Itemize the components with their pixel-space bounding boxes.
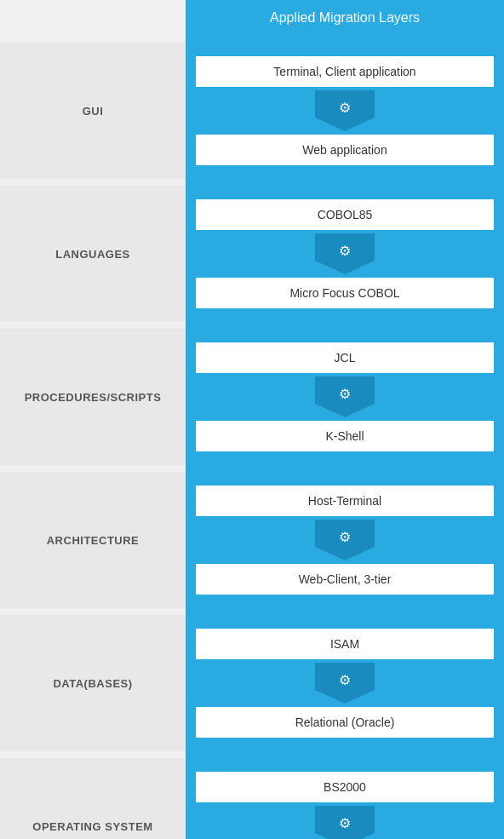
- svg-text:⚙: ⚙: [339, 101, 351, 115]
- row-content-0: Terminal, Client application⚙Web applica…: [186, 43, 504, 179]
- source-box-3: Host-Terminal: [196, 486, 494, 516]
- row-label-4: DATA(BASES): [0, 615, 186, 751]
- transform-arrow-0: ⚙: [311, 87, 379, 135]
- svg-text:⚙: ⚙: [339, 244, 351, 258]
- row-2: PROCEDURES/SCRIPTSJCL⚙K-Shell: [0, 329, 504, 465]
- source-box-1: COBOL85: [196, 199, 494, 230]
- svg-text:⚙: ⚙: [339, 530, 351, 544]
- row-5: OPERATING SYSTEMBS2000⚙Linux (CentOS): [0, 758, 504, 839]
- transform-arrow-1: ⚙: [311, 230, 379, 278]
- rows-container: GUITerminal, Client application⚙Web appl…: [0, 36, 504, 839]
- row-label-5: OPERATING SYSTEM: [0, 758, 186, 839]
- transform-arrow-4: ⚙: [311, 659, 379, 707]
- header-title: Applied Migration Layers: [186, 0, 504, 36]
- transform-arrow-2: ⚙: [311, 373, 379, 421]
- row-content-3: Host-Terminal⚙Web-Client, 3-tier: [186, 472, 504, 608]
- target-box-2: K-Shell: [196, 421, 494, 451]
- svg-text:⚙: ⚙: [339, 673, 351, 687]
- target-box-1: Micro Focus COBOL: [196, 278, 494, 308]
- row-1: LANGUAGESCOBOL85⚙Micro Focus COBOL: [0, 186, 504, 322]
- svg-marker-4: [315, 261, 375, 274]
- row-4: DATA(BASES)ISAM⚙Relational (Oracle): [0, 615, 504, 751]
- svg-text:⚙: ⚙: [339, 816, 351, 830]
- transform-arrow-3: ⚙: [311, 516, 379, 564]
- source-box-0: Terminal, Client application: [196, 56, 494, 87]
- row-label-1: LANGUAGES: [0, 186, 186, 322]
- svg-marker-1: [315, 118, 375, 131]
- svg-marker-16: [315, 833, 375, 839]
- row-content-2: JCL⚙K-Shell: [186, 329, 504, 465]
- source-box-5: BS2000: [196, 772, 494, 802]
- row-label-2: PROCEDURES/SCRIPTS: [0, 329, 186, 465]
- target-box-4: Relational (Oracle): [196, 707, 494, 738]
- header-left: [0, 0, 186, 36]
- target-box-0: Web application: [196, 135, 494, 165]
- row-label-0: GUI: [0, 43, 186, 179]
- svg-marker-13: [315, 690, 375, 704]
- target-box-3: Web-Client, 3-tier: [196, 564, 494, 595]
- source-box-2: JCL: [196, 342, 494, 373]
- main-container: Applied Migration Layers GUITerminal, Cl…: [0, 0, 504, 839]
- transform-arrow-5: ⚙: [311, 802, 379, 839]
- source-box-4: ISAM: [196, 629, 494, 659]
- row-content-5: BS2000⚙Linux (CentOS): [186, 758, 504, 839]
- row-3: ARCHITECTUREHost-Terminal⚙Web-Client, 3-…: [0, 472, 504, 608]
- row-content-1: COBOL85⚙Micro Focus COBOL: [186, 186, 504, 322]
- header: Applied Migration Layers: [0, 0, 504, 36]
- row-content-4: ISAM⚙Relational (Oracle): [186, 615, 504, 751]
- row-label-3: ARCHITECTURE: [0, 472, 186, 608]
- row-0: GUITerminal, Client application⚙Web appl…: [0, 43, 504, 179]
- svg-text:⚙: ⚙: [339, 387, 351, 401]
- svg-marker-10: [315, 547, 375, 560]
- svg-marker-7: [315, 404, 375, 417]
